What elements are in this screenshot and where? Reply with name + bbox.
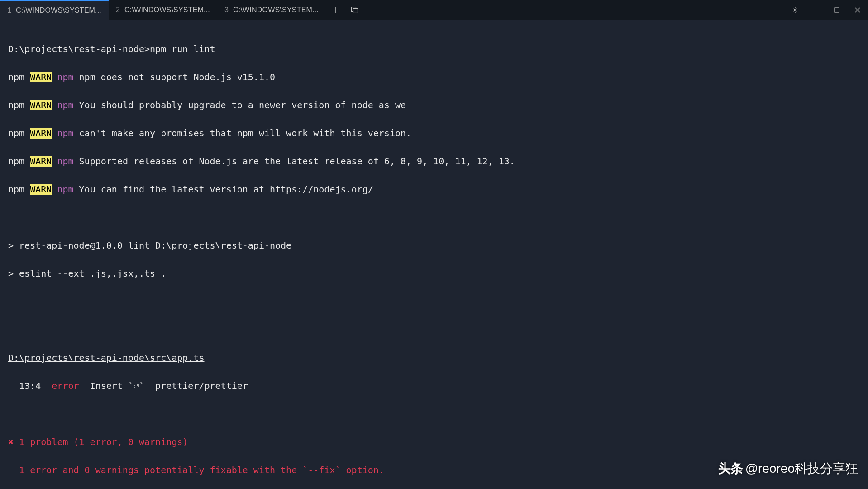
terminal-line: > eslint --ext .js,.jsx,.ts . xyxy=(8,267,860,281)
summary-text: 1 error and 0 warnings potentially fixab… xyxy=(8,465,384,475)
npm-sub: npm xyxy=(57,184,73,195)
watermark-text: @reoreo科技分享狂 xyxy=(745,460,858,477)
lint-severity: error xyxy=(52,380,79,391)
warn-tag: WARN xyxy=(30,156,52,167)
tab-dropdown-button[interactable] xyxy=(345,0,366,20)
summary-text: 1 problem (1 error, 0 warnings) xyxy=(14,436,188,447)
tab-list: 1 C:\WINDOWS\SYSTEM... 2 C:\WINDOWS\SYST… xyxy=(0,0,366,20)
plus-icon xyxy=(332,7,339,13)
tab-num: 2 xyxy=(116,6,120,14)
settings-button[interactable] xyxy=(785,0,806,20)
script-line: > eslint --ext .js,.jsx,.ts . xyxy=(8,268,166,279)
terminal-line: npm WARN npm You can find the latest ver… xyxy=(8,182,860,197)
close-icon xyxy=(855,7,860,13)
watermark-logo: 头条 xyxy=(718,460,743,477)
window-controls xyxy=(785,0,868,20)
maximize-button[interactable] xyxy=(826,0,847,20)
terminal-line: npm WARN npm npm does not support Node.j… xyxy=(8,70,860,84)
panel-icon xyxy=(351,7,359,13)
title-bar: 1 C:\WINDOWS\SYSTEM... 2 C:\WINDOWS\SYST… xyxy=(0,0,868,20)
warn-tag: WARN xyxy=(30,100,52,110)
npm-prefix: npm xyxy=(8,184,24,195)
warn-msg: npm does not support Node.js v15.1.0 xyxy=(74,72,276,82)
npm-sub: npm xyxy=(57,156,73,167)
tab-3[interactable]: 3 C:\WINDOWS\SYSTEM... xyxy=(217,0,326,20)
blank-line xyxy=(8,211,860,225)
terminal-line: D:\projects\rest-api-node>npm run lint xyxy=(8,42,860,56)
warn-tag: WARN xyxy=(30,72,52,82)
terminal-content[interactable]: D:\projects\rest-api-node>npm run lint n… xyxy=(0,20,868,489)
lint-message: Insert `⏎` prettier/prettier xyxy=(79,380,248,391)
terminal-line: npm WARN npm Supported releases of Node.… xyxy=(8,154,860,168)
tab-num: 3 xyxy=(224,6,229,14)
npm-prefix: npm xyxy=(8,128,24,139)
svg-rect-3 xyxy=(835,8,839,12)
file-path: D:\projects\rest-api-node\src\app.ts xyxy=(8,352,204,363)
tab-1[interactable]: 1 C:\WINDOWS\SYSTEM... xyxy=(0,0,109,20)
tab-title: C:\WINDOWS\SYSTEM... xyxy=(16,6,101,14)
close-button[interactable] xyxy=(847,0,868,20)
tab-title: C:\WINDOWS\SYSTEM... xyxy=(233,6,319,14)
prompt-text: D:\projects\rest-api-node>npm run lint xyxy=(8,43,215,54)
blank-line xyxy=(8,295,860,309)
cross-icon: ✖ xyxy=(8,436,14,447)
npm-sub: npm xyxy=(57,72,73,82)
terminal-line: ✖ 1 problem (1 error, 0 warnings) xyxy=(8,435,860,449)
watermark: 头条 @reoreo科技分享狂 xyxy=(718,460,858,477)
npm-prefix: npm xyxy=(8,100,24,110)
blank-line xyxy=(8,407,860,421)
script-line: > rest-api-node@1.0.0 lint D:\projects\r… xyxy=(8,240,291,251)
warn-msg: can't make any promises that npm will wo… xyxy=(74,128,412,139)
lint-loc: 13:4 xyxy=(8,380,52,391)
warn-msg: You should probably upgrade to a newer v… xyxy=(74,100,406,110)
warn-tag: WARN xyxy=(30,184,52,195)
npm-sub: npm xyxy=(57,128,73,139)
tab-num: 1 xyxy=(7,6,11,14)
minimize-button[interactable] xyxy=(806,0,826,20)
terminal-line: npm WARN npm You should probably upgrade… xyxy=(8,98,860,112)
npm-prefix: npm xyxy=(8,72,24,82)
minimize-icon xyxy=(813,7,819,13)
tab-title: C:\WINDOWS\SYSTEM... xyxy=(124,6,210,14)
npm-sub: npm xyxy=(57,100,73,110)
terminal-line: npm WARN npm can't make any promises tha… xyxy=(8,126,860,140)
terminal-line: D:\projects\rest-api-node\src\app.ts xyxy=(8,351,860,365)
warn-msg: You can find the latest version at https… xyxy=(74,184,373,195)
npm-prefix: npm xyxy=(8,156,24,167)
new-tab-button[interactable] xyxy=(326,0,345,20)
svg-rect-1 xyxy=(353,9,358,13)
gear-icon xyxy=(792,6,799,14)
warn-msg: Supported releases of Node.js are the la… xyxy=(74,156,515,167)
tab-2[interactable]: 2 C:\WINDOWS\SYSTEM... xyxy=(109,0,217,20)
blank-line xyxy=(8,323,860,337)
svg-point-2 xyxy=(794,9,796,11)
terminal-line: 13:4 error Insert `⏎` prettier/prettier xyxy=(8,379,860,393)
maximize-icon xyxy=(834,7,839,13)
warn-tag: WARN xyxy=(30,128,52,139)
terminal-line: > rest-api-node@1.0.0 lint D:\projects\r… xyxy=(8,239,860,253)
